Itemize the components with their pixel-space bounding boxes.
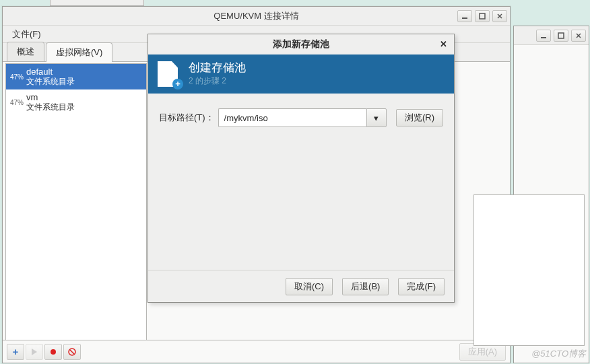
new-document-icon: + [158, 60, 181, 88]
dialog-title: 添加新存储池 [273, 38, 329, 50]
secondary-titlebar[interactable] [514, 26, 589, 45]
background-window-fragment [50, 0, 144, 6]
browse-button[interactable]: 浏览(R) [396, 109, 443, 126]
record-icon [50, 349, 57, 355]
svg-rect-0 [462, 17, 467, 19]
svg-point-5 [51, 349, 56, 355]
dialog-body: 目标路径(T)： ▾ 浏览(R) [148, 94, 454, 270]
window-titlebar[interactable]: QEMU/KVM 连接详情 [3, 7, 510, 26]
target-path-input[interactable] [218, 108, 366, 127]
dialog-header-title: 创建存储池 [189, 61, 246, 75]
storage-pool-list[interactable]: 47% default 文件系统目录 47% vm 文件系统目录 [5, 63, 147, 340]
pool-row-vm[interactable]: 47% vm 文件系统目录 [6, 89, 146, 115]
window-title: QEMU/KVM 连接详情 [214, 10, 298, 22]
chevron-down-icon: ▾ [374, 113, 379, 123]
dialog-close-button[interactable]: ✕ [438, 38, 449, 49]
minimize-button[interactable] [536, 30, 551, 42]
pool-usage: 47% [9, 73, 24, 81]
secondary-window [513, 26, 589, 363]
add-storage-pool-dialog: 添加新存储池 ✕ + 创建存储池 2 的步骤 2 目标路径(T)： ▾ 浏览(R… [148, 34, 455, 303]
target-path-combo: ▾ [218, 108, 387, 127]
svg-marker-4 [32, 349, 37, 355]
svg-rect-8 [541, 37, 546, 38]
maximize-button[interactable] [475, 10, 490, 22]
minimize-button[interactable] [457, 10, 472, 22]
play-icon [31, 349, 38, 355]
pool-name: default [26, 67, 75, 77]
bottom-toolbar: + 应用(A) [3, 340, 510, 363]
svg-line-7 [70, 350, 74, 354]
close-button[interactable] [571, 30, 586, 42]
maximize-button[interactable] [554, 30, 568, 42]
dialog-header: + 创建存储池 2 的步骤 2 [148, 54, 454, 94]
cancel-button[interactable]: 取消(C) [286, 278, 333, 295]
tab-virtual-network[interactable]: 虚拟网络(V) [46, 42, 112, 62]
stop-pool-button[interactable] [44, 344, 62, 360]
svg-rect-1 [480, 13, 485, 19]
finish-button[interactable]: 完成(F) [398, 278, 445, 295]
plus-icon: + [13, 346, 19, 357]
dialog-titlebar[interactable]: 添加新存储池 ✕ [148, 34, 454, 54]
start-pool-button[interactable] [26, 344, 43, 360]
cancel-icon [68, 348, 76, 356]
back-button[interactable]: 后退(B) [342, 278, 389, 295]
target-path-label: 目标路径(T)： [159, 112, 214, 124]
pool-usage: 47% [9, 99, 24, 106]
delete-pool-button[interactable] [63, 344, 81, 360]
pool-name: vm [26, 93, 75, 103]
dialog-header-step: 2 的步骤 2 [189, 75, 246, 87]
close-icon: ✕ [440, 39, 447, 49]
svg-rect-9 [558, 33, 564, 38]
target-path-dropdown[interactable]: ▾ [366, 108, 387, 127]
menu-file[interactable]: 文件(F) [8, 26, 45, 42]
secondary-panel [473, 194, 585, 346]
pool-row-default[interactable]: 47% default 文件系统目录 [6, 64, 146, 89]
close-button[interactable] [492, 10, 507, 22]
pool-type: 文件系统目录 [26, 103, 75, 112]
pool-type: 文件系统目录 [26, 77, 75, 87]
add-pool-button[interactable]: + [7, 344, 24, 360]
dialog-footer: 取消(C) 后退(B) 完成(F) [148, 270, 454, 302]
tab-overview[interactable]: 概述 [7, 42, 44, 61]
